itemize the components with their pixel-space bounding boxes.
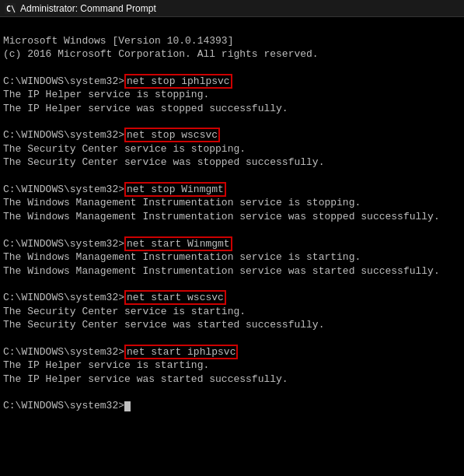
svg-text:C\: C\ bbox=[6, 5, 16, 13]
terminal-line: C:\WINDOWS\system32>net stop wscsvc bbox=[3, 128, 461, 142]
terminal-line: The Security Center service is stopping. bbox=[3, 142, 461, 156]
cursor-block bbox=[124, 401, 131, 411]
terminal-line: The IP Helper service is stopping. bbox=[3, 88, 461, 102]
terminal-line: The Windows Management Instrumentation s… bbox=[3, 250, 461, 264]
terminal-line bbox=[3, 61, 461, 75]
terminal-line: The Security Center service is starting. bbox=[3, 305, 461, 319]
terminal-line: The Windows Management Instrumentation s… bbox=[3, 196, 461, 210]
prompt-text: C:\WINDOWS\system32> bbox=[3, 238, 124, 250]
terminal-line: (c) 2016 Microsoft Corporation. All righ… bbox=[3, 47, 461, 61]
prompt-text: C:\WINDOWS\system32> bbox=[3, 292, 124, 303]
terminal-line: C:\WINDOWS\system32>net start Winmgmt bbox=[3, 237, 461, 251]
title-bar: C\ Administrator: Command Prompt bbox=[0, 0, 464, 17]
command-highlight: net stop wscsvc bbox=[124, 128, 220, 142]
command-highlight: net stop Winmgmt bbox=[124, 182, 226, 197]
terminal-line: C:\WINDOWS\system32>net start iphlpsvc bbox=[3, 345, 461, 359]
title-bar-text: Administrator: Command Prompt bbox=[20, 3, 156, 14]
command-highlight: net start wscsvc bbox=[124, 290, 226, 305]
prompt-text: C:\WINDOWS\system32> bbox=[3, 129, 124, 141]
terminal-line: The IP Helper service was started succes… bbox=[3, 373, 461, 387]
terminal-body: Microsoft Windows [Version 10.0.14393](c… bbox=[0, 17, 464, 416]
terminal-line: C:\WINDOWS\system32>net stop Winmgmt bbox=[3, 183, 461, 197]
prompt-text: C:\WINDOWS\system32> bbox=[3, 346, 124, 358]
prompt-text: C:\WINDOWS\system32> bbox=[3, 184, 124, 195]
terminal-line bbox=[3, 115, 461, 128]
title-bar-icon: C\ bbox=[5, 3, 16, 14]
command-highlight: net start Winmgmt bbox=[124, 236, 232, 251]
terminal-line: The Security Center service was started … bbox=[3, 318, 461, 332]
terminal-line bbox=[3, 170, 461, 183]
terminal-line: Microsoft Windows [Version 10.0.14393] bbox=[3, 34, 461, 48]
command-highlight: net start iphlpsvc bbox=[124, 345, 238, 359]
command-highlight: net stop iphlpsvc bbox=[124, 74, 232, 89]
terminal-line: C:\WINDOWS\system32> bbox=[3, 399, 461, 413]
terminal-line: C:\WINDOWS\system32>net start wscsvc bbox=[3, 291, 461, 305]
prompt-text: C:\WINDOWS\system32> bbox=[3, 75, 124, 87]
terminal-line: C:\WINDOWS\system32>net stop iphlpsvc bbox=[3, 75, 461, 89]
terminal-line: The Windows Management Instrumentation s… bbox=[3, 264, 461, 278]
terminal-line: The IP Helper service is starting. bbox=[3, 359, 461, 373]
terminal-line bbox=[3, 278, 461, 291]
prompt-text: C:\WINDOWS\system32> bbox=[3, 400, 124, 411]
terminal-line bbox=[3, 332, 461, 345]
terminal-line bbox=[3, 224, 461, 237]
terminal-line: The Security Center service was stopped … bbox=[3, 156, 461, 170]
terminal-line: The Windows Management Instrumentation s… bbox=[3, 210, 461, 224]
terminal-line: The IP Helper service was stopped succes… bbox=[3, 102, 461, 116]
terminal-line bbox=[3, 386, 461, 399]
